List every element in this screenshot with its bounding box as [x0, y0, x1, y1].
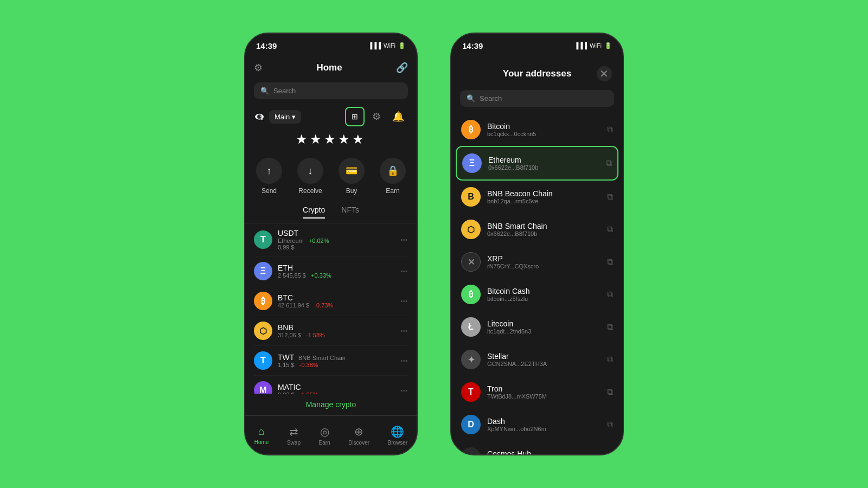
status-icons-left: ▐▐▐ WiFi 🔋 [368, 42, 406, 49]
tab-nfts[interactable]: NFTs [341, 206, 359, 219]
earn-icon: 🔒 [380, 158, 406, 184]
matic-info: MATIC 0,83 $ -1.85% [278, 383, 395, 394]
asset-tabs: Crypto NFTs [245, 201, 417, 223]
action-buttons: ↑ Send ↓ Receive 💳 Buy 🔒 Earn [245, 151, 417, 201]
bitcoin-name: Bitcoin [487, 122, 601, 131]
wallet-main-tab[interactable]: Main ▾ [269, 110, 301, 124]
battery-icon-right: 🔋 [604, 42, 612, 49]
address-search-bar[interactable]: 🔍 Search [460, 90, 614, 107]
search-icon: 🔍 [260, 87, 269, 95]
search-icon: 🔍 [467, 94, 475, 102]
receive-button[interactable]: ↓ Receive [297, 158, 323, 195]
status-bar-right: 14:39 ▐▐▐ WiFi 🔋 [451, 34, 623, 57]
copy-icon-tron[interactable]: ⧉ [607, 387, 613, 397]
nav-home[interactable]: ⌂ Home [254, 425, 269, 445]
app-header: ⚙ Home 🔗 [245, 57, 417, 78]
address-item-bnb-smart[interactable]: ⬡ BNB Smart Chain 0x6622e...B8f710b ⧉ [456, 213, 618, 246]
earn-button[interactable]: 🔒 Earn [380, 158, 406, 195]
cosmos-logo: ⚛ [461, 447, 481, 454]
address-item-bch[interactable]: ₿ Bitcoin Cash bitcoin...z5fszlu ⧉ [456, 278, 618, 311]
copy-icon-ltc[interactable]: ⧉ [607, 322, 613, 332]
address-item-cosmos[interactable]: ⚛ Cosmos Hub cosmos1...zfglqc5 ⧉ [456, 441, 618, 454]
buy-label: Buy [346, 187, 358, 195]
copy-icon[interactable]: ⧉ [607, 125, 613, 134]
list-item[interactable]: M MATIC 0,83 $ -1.85% ••• [254, 376, 408, 394]
ltc-logo: Ł [461, 317, 481, 337]
earn-nav-icon: ◎ [320, 425, 329, 438]
bitcoin-logo: ₿ [461, 120, 481, 139]
manage-crypto-button[interactable]: Manage crypto [245, 394, 417, 415]
bottom-nav: ⌂ Home ⇄ Swap ◎ Earn ⊕ Discover 🌐 Browse… [245, 415, 417, 454]
nav-browser-label: Browser [388, 440, 408, 446]
left-phone-content: ⚙ Home 🔗 🔍 Search 👁️‍🗨️ Main ▾ ⊞ ⚙ 🔔 ★★★… [245, 57, 417, 454]
xrp-address: rN75CrY...CQXscro [487, 263, 601, 269]
address-item-stellar[interactable]: ✦ Stellar GCN2SNA...2E2TH3A ⧉ [456, 343, 618, 376]
usdt-price: 0,99 $ [278, 244, 395, 251]
bnb-sub: 312,06 $ -1.58% [278, 332, 395, 338]
btc-info: BTC 42 611,94 $ -0.73% [278, 293, 395, 309]
link-icon[interactable]: 🔗 [396, 62, 408, 74]
buy-icon: 💳 [339, 158, 365, 184]
usdt-more[interactable]: ••• [400, 237, 408, 243]
right-phone-content: Your addresses ✕ 🔍 Search ₿ Bitcoin bc1q… [451, 57, 623, 454]
copy-icon-bch[interactable]: ⧉ [607, 290, 613, 299]
twt-more[interactable]: ••• [400, 358, 408, 364]
list-item[interactable]: Ξ ETH 2 545,85 $ +0.33% ••• [254, 256, 408, 286]
address-item-bitcoin[interactable]: ₿ Bitcoin bc1qckx...0ccknn5 ⧉ [456, 113, 618, 146]
receive-label: Receive [298, 187, 322, 195]
eth-more[interactable]: ••• [400, 268, 408, 274]
tron-info: Tron TWtBdJ8...mXSW75M [487, 384, 601, 400]
close-button[interactable]: ✕ [597, 66, 612, 81]
copy-icon-cosmos[interactable]: ⧉ [607, 452, 613, 454]
tab-crypto[interactable]: Crypto [303, 206, 325, 219]
address-list: ₿ Bitcoin bc1qckx...0ccknn5 ⧉ Ξ Ethereum… [451, 113, 623, 454]
address-item-tron[interactable]: T Tron TWtBdJ8...mXSW75M ⧉ [456, 376, 618, 408]
address-item-dash[interactable]: D Dash XpMYNwn...oho2N6m ⧉ [456, 408, 618, 441]
bnb-more[interactable]: ••• [400, 328, 408, 334]
status-bar-left: 14:39 ▐▐▐ WiFi 🔋 [245, 34, 417, 57]
matic-more[interactable]: ••• [400, 388, 408, 394]
hide-balance-icon[interactable]: 👁️‍🗨️ [254, 112, 265, 122]
modal-title: Your addresses [503, 68, 571, 79]
wallet-icon-settings[interactable]: ⚙ [367, 107, 386, 126]
wallet-icon-selected[interactable]: ⊞ [345, 107, 365, 126]
tron-logo: T [461, 382, 481, 402]
send-button[interactable]: ↑ Send [256, 158, 282, 195]
copy-icon-dash[interactable]: ⧉ [607, 420, 613, 429]
ethereum-address: 0x6622e...B8f710b [488, 164, 599, 171]
copy-icon-bnb-smart[interactable]: ⧉ [607, 224, 613, 234]
nav-swap[interactable]: ⇄ Swap [287, 425, 301, 446]
wallet-icon-bell[interactable]: 🔔 [388, 107, 408, 126]
bch-name: Bitcoin Cash [487, 287, 601, 296]
list-item[interactable]: T TWT BNB Smart Chain 1,15 $ -0.38% ••• [254, 346, 408, 376]
nav-browser[interactable]: 🌐 Browser [388, 425, 408, 446]
list-item[interactable]: ₿ BTC 42 611,94 $ -0.73% ••• [254, 286, 408, 316]
nav-discover-label: Discover [348, 440, 369, 446]
btc-more[interactable]: ••• [400, 298, 408, 304]
twt-info: TWT BNB Smart Chain 1,15 $ -0.38% [278, 353, 395, 368]
tron-name: Tron [487, 384, 601, 393]
search-bar[interactable]: 🔍 Search [254, 82, 408, 99]
nav-discover[interactable]: ⊕ Discover [348, 425, 369, 446]
list-item[interactable]: ⬡ BNB 312,06 $ -1.58% ••• [254, 316, 408, 346]
crypto-list: T USDT Ethereum +0.02% 0,99 $ ••• Ξ ETH [245, 223, 417, 394]
matic-name: MATIC [278, 383, 395, 391]
list-item[interactable]: T USDT Ethereum +0.02% 0,99 $ ••• [254, 223, 408, 256]
address-item-ethereum[interactable]: Ξ Ethereum 0x6622e...B8f710b ⧉ [456, 146, 618, 181]
usdt-sub: Ethereum +0.02% [278, 237, 395, 244]
copy-icon-stellar[interactable]: ⧉ [607, 355, 613, 364]
copy-icon-bnb-beacon[interactable]: ⧉ [607, 192, 613, 202]
stellar-info: Stellar GCN2SNA...2E2TH3A [487, 352, 601, 367]
buy-button[interactable]: 💳 Buy [339, 158, 365, 195]
modal-header: Your addresses ✕ [451, 57, 623, 88]
xrp-name: XRP [487, 254, 601, 263]
copy-icon-xrp[interactable]: ⧉ [607, 257, 613, 267]
address-item-bnb-beacon[interactable]: B BNB Beacon Chain bnb12qa...rm5c5ve ⧉ [456, 181, 618, 213]
settings-icon[interactable]: ⚙ [254, 62, 263, 74]
nav-earn[interactable]: ◎ Earn [318, 425, 330, 446]
address-item-xrp[interactable]: ✕ XRP rN75CrY...CQXscro ⧉ [456, 246, 618, 278]
twt-logo: T [254, 351, 272, 370]
address-item-ltc[interactable]: Ł Litecoin ltc1qdt...2tnd5n3 ⧉ [456, 311, 618, 343]
copy-icon-eth[interactable]: ⧉ [606, 158, 612, 168]
battery-icon: 🔋 [398, 42, 406, 49]
